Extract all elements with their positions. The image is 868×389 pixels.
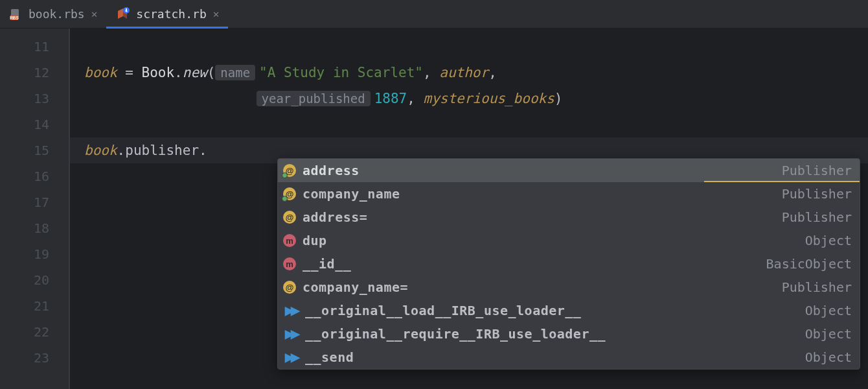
line-number: 19	[0, 241, 69, 267]
completion-type: Publisher	[782, 209, 852, 225]
line-number: 22	[0, 319, 69, 345]
completion-item[interactable]: ▶▶__original__load__IRB_use_loader__Obje…	[278, 299, 860, 322]
completion-type: Object	[805, 349, 852, 365]
completion-name: address	[303, 163, 775, 178]
line-number: 13	[0, 86, 69, 112]
completion-type: Publisher	[782, 163, 852, 178]
scratch-file-icon	[115, 7, 130, 21]
line-number: 15	[0, 137, 69, 163]
attribute-icon: @	[283, 187, 296, 200]
completion-popup[interactable]: @addressPublisher@company_namePublisher@…	[277, 158, 860, 370]
line-number: 20	[0, 267, 69, 293]
code-line	[70, 112, 868, 137]
arrow-icon: ▶▶	[283, 304, 299, 317]
attribute-icon: @	[283, 211, 296, 224]
inlay-hint: name	[215, 65, 255, 80]
arrow-icon: ▶▶	[283, 351, 299, 364]
completion-name: address=	[303, 209, 775, 225]
completion-type: Publisher	[782, 186, 852, 202]
line-number: 17	[0, 189, 69, 215]
completion-name: __original__load__IRB_use_loader__	[305, 303, 799, 318]
completion-type: Object	[805, 326, 852, 342]
completion-type: Publisher	[782, 279, 852, 295]
line-number: 18	[0, 215, 69, 241]
close-icon[interactable]: ✕	[91, 8, 98, 20]
editor: 11 12 13 14 15 16 17 18 19 20 21 22 23 b…	[0, 29, 868, 389]
code-line	[70, 34, 868, 60]
completion-type: BasicObject	[766, 256, 852, 272]
tab-label: book.rbs	[29, 7, 85, 21]
completion-name: __id__	[303, 256, 760, 272]
completion-type: Object	[805, 233, 852, 248]
line-number: 11	[0, 34, 69, 60]
completion-name: __original__require__IRB_use_loader__	[305, 326, 799, 342]
gutter: 11 12 13 14 15 16 17 18 19 20 21 22 23	[0, 29, 70, 389]
method-icon: m	[283, 257, 296, 270]
method-icon: m	[283, 234, 296, 247]
attribute-icon: @	[283, 164, 296, 177]
close-icon[interactable]: ✕	[213, 8, 220, 20]
tab-scratch-rb[interactable]: scratch.rb ✕	[106, 0, 228, 28]
code-line: year_published 1887 , mysterious_books )	[70, 86, 868, 112]
tab-bar: RBS book.rbs ✕ scratch.rb ✕	[0, 0, 868, 29]
attribute-icon: @	[283, 281, 296, 294]
rbs-file-icon: RBS	[9, 8, 22, 21]
line-number: 23	[0, 345, 69, 371]
completion-type: Object	[805, 303, 852, 318]
completion-item[interactable]: @addressPublisher	[278, 159, 860, 182]
line-number: 16	[0, 163, 69, 189]
svg-text:RBS: RBS	[10, 15, 19, 19]
inlay-hint: year_published	[257, 91, 371, 106]
code-line: book = Book . new ( name "A Study in Sca…	[70, 60, 868, 86]
line-number: 14	[0, 112, 69, 137]
completion-name: dup	[303, 233, 799, 248]
code-area[interactable]: book = Book . new ( name "A Study in Sca…	[70, 29, 868, 389]
completion-item[interactable]: mdupObject	[278, 229, 860, 252]
svg-marker-3	[118, 8, 123, 19]
completion-item[interactable]: @address=Publisher	[278, 206, 860, 229]
completion-item[interactable]: @company_name=Publisher	[278, 276, 860, 299]
completion-name: company_name	[303, 186, 775, 202]
completion-item[interactable]: @company_namePublisher	[278, 182, 860, 206]
completion-name: company_name=	[303, 279, 775, 295]
arrow-icon: ▶▶	[283, 327, 299, 340]
completion-item[interactable]: m__id__BasicObject	[278, 252, 860, 276]
completion-name: __send	[305, 349, 799, 365]
completion-item[interactable]: ▶▶__original__require__IRB_use_loader__O…	[278, 322, 860, 346]
line-number: 21	[0, 293, 69, 319]
completion-item[interactable]: ▶▶__sendObject	[278, 346, 860, 369]
line-number: 12	[0, 60, 69, 86]
tab-book-rbs[interactable]: RBS book.rbs ✕	[0, 0, 106, 28]
tab-label: scratch.rb	[136, 7, 206, 21]
